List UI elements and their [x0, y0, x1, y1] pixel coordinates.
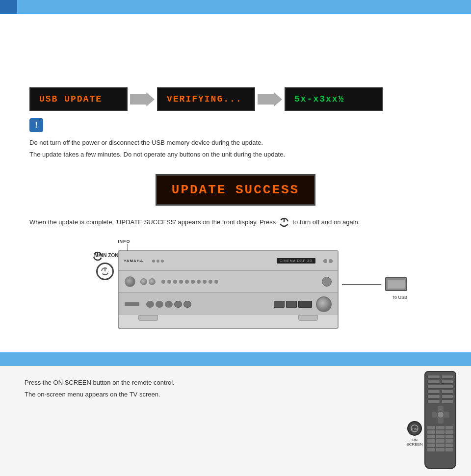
- update-success-screen: UPDATE SUCCESS: [156, 174, 315, 206]
- note-badge: !: [29, 118, 43, 132]
- after-success-text: When the update is complete, 'UPDATE SUC…: [29, 217, 276, 227]
- on-screen-button[interactable]: ON: [407, 421, 422, 436]
- remote-btn-8: [441, 395, 454, 398]
- usb-port-inner: [388, 280, 405, 289]
- remote-top-buttons: [427, 375, 453, 403]
- remote-dpad: [432, 406, 449, 423]
- remote-btn-grid: [427, 426, 453, 451]
- update-success-area: UPDATE SUCCESS: [25, 174, 446, 206]
- screen-verifying: VERIFYING...: [157, 87, 255, 111]
- screen-usb-update: USB UPDATE: [29, 87, 128, 111]
- arrow-1: [128, 89, 157, 109]
- device-container: MAIN ZONE YAMAHA CINEMA DSP 3D: [64, 248, 407, 346]
- dpad-center: [437, 411, 444, 418]
- top-bar-accent: [0, 0, 17, 14]
- svg-marker-1: [258, 92, 282, 106]
- display-sequence: USB UPDATE VERIFYING... 5x-x3xx½: [29, 87, 446, 111]
- info-label-top: INFO: [118, 239, 131, 244]
- usb-port-area: [342, 277, 407, 291]
- remote-btn-6: [441, 390, 454, 394]
- av-foot-right: [298, 315, 318, 321]
- remote-btn-wide: [427, 385, 453, 389]
- usb-label: To USB: [392, 295, 407, 300]
- bottom-text-1: Press the ON SCREEN button on the remote…: [25, 378, 427, 388]
- remote-btn-5: [427, 390, 440, 394]
- screen-version: 5x-x3xx½: [285, 87, 383, 111]
- knob-sm-2: [149, 278, 156, 285]
- av-bottom-strip: [119, 293, 338, 315]
- av-feet: [119, 315, 338, 321]
- note-text-1: Do not turn off the power or disconnect …: [29, 138, 446, 159]
- av-display: CINEMA DSP 3D: [277, 258, 315, 264]
- usb-port: [385, 277, 407, 291]
- remote-btn-9: [427, 399, 440, 403]
- power-button-illustration: [96, 263, 114, 280]
- remote-btn-3: [427, 380, 440, 384]
- knob-sm-1: [140, 278, 147, 285]
- after-success-text2: to turn off and on again.: [292, 217, 360, 227]
- bottom-text-2: The on-screen menu appears on the TV scr…: [25, 390, 427, 399]
- remote-btn-1: [427, 375, 440, 379]
- remote-btn-2: [441, 375, 454, 379]
- device-illustration: MAIN ZONE YAMAHA CINEMA DSP 3D: [0, 240, 471, 353]
- remote-btn-4: [441, 380, 454, 384]
- svg-text:ON: ON: [412, 427, 418, 431]
- av-receiver: YAMAHA CINEMA DSP 3D: [118, 250, 339, 329]
- av-top-strip: YAMAHA CINEMA DSP 3D: [119, 251, 338, 271]
- remote-btn-7: [427, 395, 440, 398]
- main-knob: [316, 296, 332, 312]
- av-mid-strip: [119, 271, 338, 293]
- svg-marker-0: [130, 92, 155, 106]
- info-arrow-line: [128, 244, 128, 251]
- bottom-section: Press the ON SCREEN button on the remote…: [0, 366, 471, 476]
- av-foot-left: [138, 315, 158, 321]
- note-icon-area: !: [29, 118, 446, 132]
- top-bar: [0, 0, 471, 14]
- mid-bar: [0, 352, 471, 366]
- volume-knob: [125, 276, 135, 287]
- remote-btn-10: [441, 399, 454, 403]
- av-brand: YAMAHA: [124, 259, 143, 263]
- on-screen-label: ON SCREEN: [406, 438, 423, 447]
- arrow-2: [255, 89, 285, 109]
- power-icon: [279, 217, 289, 228]
- remote-control: [424, 371, 456, 469]
